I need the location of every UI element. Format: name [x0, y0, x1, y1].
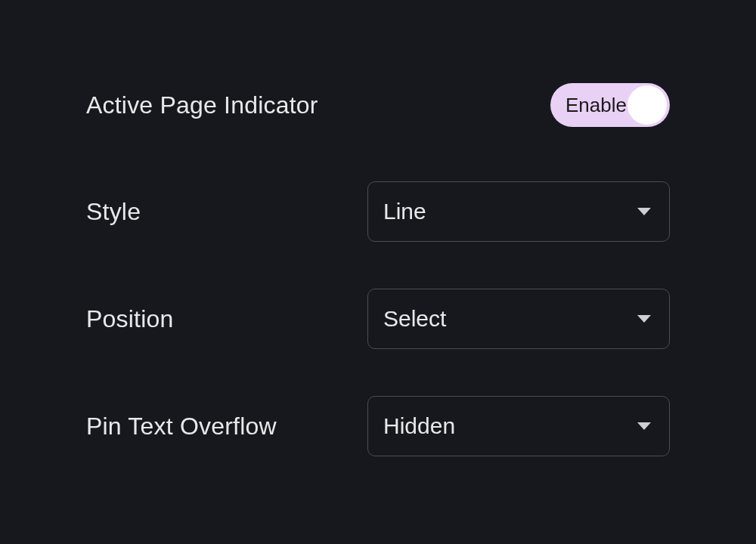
chevron-down-icon	[637, 422, 651, 430]
style-label: Style	[86, 198, 141, 226]
toggle-thumb	[627, 85, 667, 125]
row-pin-text-overflow: Pin Text Overflow Hidden	[86, 396, 670, 456]
toggle-label: Enable	[555, 94, 627, 117]
style-select-value: Line	[383, 199, 426, 224]
row-style: Style Line	[86, 181, 670, 242]
settings-panel: Active Page Indicator Enable Style Line …	[0, 0, 756, 456]
chevron-down-icon	[637, 315, 651, 323]
pin-text-overflow-select-value: Hidden	[383, 413, 455, 439]
chevron-down-icon	[637, 208, 651, 215]
position-label: Position	[86, 305, 173, 333]
row-active-page-indicator: Active Page Indicator Enable	[86, 83, 670, 127]
active-page-indicator-toggle[interactable]: Enable	[550, 83, 670, 127]
row-position: Position Select	[86, 289, 670, 349]
pin-text-overflow-label: Pin Text Overflow	[86, 413, 277, 440]
pin-text-overflow-select[interactable]: Hidden	[367, 396, 670, 456]
style-select[interactable]: Line	[367, 181, 670, 242]
position-select-value: Select	[383, 306, 446, 332]
active-page-indicator-label: Active Page Indicator	[86, 91, 318, 119]
position-select[interactable]: Select	[367, 289, 670, 349]
